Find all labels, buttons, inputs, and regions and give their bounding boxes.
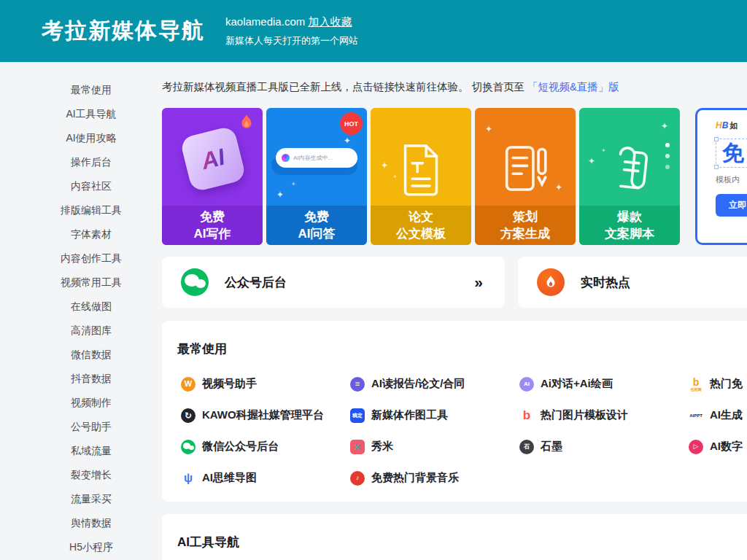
shimo-icon: 石	[519, 440, 534, 454]
flame-icon	[238, 114, 255, 131]
promo-card-copy-script[interactable]: ✦ ✦ ✦ 爆款文案脚本	[579, 108, 680, 245]
most-used-item[interactable]: ♪免费热门背景音乐	[350, 471, 519, 486]
promo-card-free-ai-qa[interactable]: HOT ✦ AI内容生成中... ✦ ✦ 免费AI问答	[266, 108, 367, 245]
most-used-item[interactable]: AIPPTAI生成	[689, 408, 747, 423]
sidebar-item-6[interactable]: 字体素材	[22, 222, 160, 246]
banner-title: 公众号后台	[225, 274, 287, 291]
most-used-item-label: 视频号助手	[202, 377, 257, 391]
most-used-item[interactable]: 石石墨	[519, 440, 689, 454]
hot-badge: HOT	[340, 112, 363, 135]
sidebar-item-2[interactable]: AI使用攻略	[22, 126, 160, 150]
flame-icon	[537, 268, 565, 296]
sidebar-item-9[interactable]: 在线做图	[22, 295, 160, 319]
ad-logo: HB如	[716, 120, 747, 131]
add-favorite-link[interactable]: 加入收藏	[308, 15, 352, 28]
banner-wechat-backend[interactable]: 公众号后台 »	[162, 257, 505, 308]
promo-card-label: 策划方案生成	[475, 206, 576, 245]
site-title: 考拉新媒体导航	[42, 16, 205, 46]
most-used-item-label: KAWO科握社媒管理平台	[202, 408, 324, 422]
most-used-item-label: AI读报告/论文/合同	[371, 377, 465, 391]
sparkle-icon: ✦	[291, 181, 296, 187]
spinner-icon	[282, 154, 290, 162]
ad-selection-box: 免	[716, 139, 747, 168]
sidebar-item-11[interactable]: 微信数据	[22, 343, 160, 367]
most-used-item-label: 热门图片模板设计	[541, 408, 628, 422]
most-used-item[interactable]: b包图网热门免	[689, 377, 747, 392]
most-used-grid: W视频号助手≡AI读报告/论文/合同AIAi对话+Ai绘画b包图网热门免↻KAW…	[181, 368, 747, 494]
ad-big-text: 免	[722, 141, 747, 165]
most-used-item-label: 秀米	[371, 440, 393, 454]
sidebar-item-14[interactable]: 公号助手	[22, 415, 160, 439]
promo-card-plan-generator[interactable]: ✦ ✦ 策划方案生成	[475, 108, 576, 245]
site-header: 考拉新媒体导航 kaolamedia.com 加入收藏 新媒体人每天打开的第一个…	[0, 0, 747, 62]
gaoding-icon: 稿定	[350, 408, 365, 423]
sidebar-item-0[interactable]: 最常使用	[22, 78, 160, 102]
section-title: AI工具导航	[177, 534, 747, 551]
domain-line: kaolamedia.com 加入收藏	[225, 15, 358, 29]
most-used-item-label: AI数字	[710, 440, 743, 454]
most-used-item-label: 微信公众号后台	[202, 440, 279, 454]
most-used-item[interactable]: 稿定新媒体作图工具	[350, 408, 519, 423]
xiumi-icon: ×	[350, 440, 365, 454]
most-used-item[interactable]: ψAI思维导图	[181, 471, 350, 486]
promo-card-label: 论文公文模板	[371, 206, 471, 245]
most-used-item[interactable]: ▷AI数字	[689, 440, 747, 454]
sidebar-item-5[interactable]: 排版编辑工具	[22, 198, 160, 222]
plan-doc-pen-icon	[475, 128, 576, 209]
section-title: 最常使用	[177, 341, 747, 357]
banner-row: 公众号后台 » 实时热点	[162, 257, 747, 308]
ad-cta-button[interactable]: 立即	[716, 194, 747, 217]
banner-realtime-hot[interactable]: 实时热点	[518, 257, 747, 308]
site-domain: kaolamedia.com	[225, 15, 305, 28]
sidebar-item-10[interactable]: 高清图库	[22, 319, 160, 343]
sidebar-item-18[interactable]: 舆情数据	[22, 511, 160, 535]
most-used-item-label: 免费热门背景音乐	[371, 471, 459, 485]
sidebar-item-12[interactable]: 抖音数据	[22, 367, 160, 391]
ai-logo-tile: AI	[179, 125, 247, 192]
aippt-icon: AIPPT	[689, 408, 703, 423]
most-used-item-label: Ai对话+Ai绘画	[541, 377, 613, 391]
ai-mindmap-icon: ψ	[181, 471, 196, 486]
notice-switch-link[interactable]: 「短视频&直播」版	[527, 81, 619, 93]
promo-card-free-ai-writing[interactable]: AI 免费AI写作	[162, 108, 263, 245]
sparkle-icon: ✦	[344, 136, 351, 146]
most-used-item[interactable]: b热门图片模板设计	[519, 408, 689, 423]
banner-title: 实时热点	[581, 274, 630, 291]
sparkle-icon: ✦	[276, 190, 284, 200]
bgm-icon: ♪	[350, 471, 365, 486]
sidebar: 最常使用AI工具导航AI使用攻略操作后台内容社区排版编辑工具字体素材内容创作工具…	[22, 78, 160, 559]
most-used-item-label: 石墨	[541, 440, 562, 454]
sidebar-item-4[interactable]: 内容社区	[22, 174, 160, 198]
template-ad-card[interactable]: HB如 免 模板内 立即	[695, 108, 747, 245]
most-used-item[interactable]: W视频号助手	[181, 377, 350, 392]
most-used-item[interactable]: ↻KAWO科握社媒管理平台	[181, 408, 350, 423]
sidebar-item-17[interactable]: 流量采买	[22, 487, 160, 511]
most-used-item-label: 热门免	[710, 377, 743, 391]
sidebar-item-8[interactable]: 视频常用工具	[22, 271, 160, 295]
sidebar-item-16[interactable]: 裂变增长	[22, 463, 160, 487]
main-content: 考拉新媒体视频直播工具版已全新上线，点击链接快速前往体验。 切换首页至 「短视频…	[162, 62, 747, 560]
promo-cards-row: AI 免费AI写作 HOT ✦ AI内容生成中... ✦ ✦ 免费AI问答 ✦ …	[162, 108, 747, 245]
wechat-icon	[181, 268, 209, 296]
sidebar-item-7[interactable]: 内容创作工具	[22, 246, 160, 271]
most-used-item[interactable]: ≡AI读报告/论文/合同	[350, 377, 519, 392]
sparkle-icon: ✦	[555, 182, 562, 192]
ai-chat-paint-icon: AI	[519, 377, 534, 392]
most-used-item[interactable]: ×秀米	[350, 440, 519, 454]
most-used-item[interactable]: AIAi对话+Ai绘画	[519, 377, 689, 392]
section-most-used: 最常使用 W视频号助手≡AI读报告/论文/合同AIAi对话+Ai绘画b包图网热门…	[162, 321, 747, 502]
sidebar-item-15[interactable]: 私域流量	[22, 439, 160, 463]
promo-card-paper-template[interactable]: ✦ ✦ 论文公文模板	[371, 108, 471, 245]
sidebar-item-1[interactable]: AI工具导航	[22, 102, 160, 126]
sparkle-icon: ✦	[661, 121, 668, 131]
sidebar-item-19[interactable]: H5小程序	[22, 535, 160, 559]
ai-search-pill: AI内容生成中...	[276, 148, 357, 168]
dots-decoration	[665, 143, 670, 169]
section-ai-nav: AI工具导航	[162, 514, 747, 560]
sidebar-item-13[interactable]: 视频制作	[22, 391, 160, 415]
promo-card-label: 免费AI问答	[266, 206, 367, 245]
ad-caption: 模板内	[716, 174, 747, 185]
double-chevron-icon: »	[474, 273, 483, 291]
sidebar-item-3[interactable]: 操作后台	[22, 150, 160, 174]
most-used-item[interactable]: 微信公众号后台	[181, 440, 350, 454]
